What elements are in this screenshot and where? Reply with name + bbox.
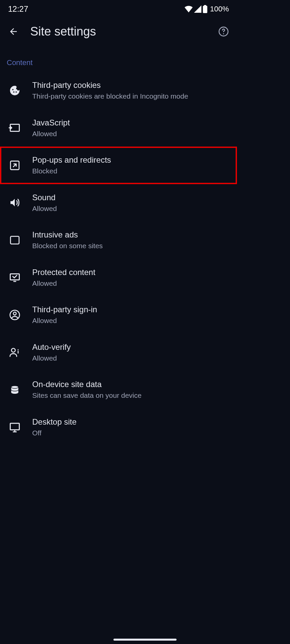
svg-rect-17: [10, 423, 19, 430]
auto-verify-icon: [7, 344, 23, 360]
setting-title: Protected content: [32, 267, 232, 277]
status-bar: 12:27 100%: [0, 0, 237, 18]
setting-third-party-signin[interactable]: Third-party sign-in Allowed: [0, 296, 237, 334]
setting-desktop-site[interactable]: Desktop site Off: [0, 409, 237, 446]
setting-sub: Allowed: [32, 279, 232, 288]
desktop-icon: [7, 419, 23, 435]
protected-content-icon: [7, 269, 23, 285]
setting-title: Third-party sign-in: [32, 304, 232, 315]
section-label-content: Content: [0, 48, 237, 72]
setting-title: Desktop site: [32, 417, 232, 427]
battery-percent: 100%: [210, 5, 229, 13]
svg-point-6: [15, 91, 17, 93]
setting-title: On-device site data: [32, 379, 232, 389]
setting-sub: Sites can save data on your device: [32, 391, 232, 400]
sound-icon: [7, 195, 23, 211]
svg-rect-0: [203, 6, 207, 13]
popup-icon: [7, 157, 23, 173]
setting-javascript[interactable]: JavaScript Allowed: [0, 109, 237, 147]
help-button[interactable]: [216, 24, 231, 39]
setting-sub: Blocked: [32, 166, 232, 176]
setting-title: Third-party cookies: [32, 80, 232, 90]
setting-sub: Third-party cookies are blocked in Incog…: [32, 92, 232, 101]
setting-auto-verify[interactable]: Auto-verify Allowed: [0, 334, 237, 371]
arrow-back-icon: [8, 26, 18, 37]
setting-popups-redirects[interactable]: Pop-ups and redirects Blocked: [0, 147, 237, 184]
svg-point-13: [11, 348, 15, 352]
header: Site settings: [0, 18, 237, 48]
back-button[interactable]: [6, 24, 21, 39]
database-icon: [7, 382, 23, 398]
svg-point-4: [12, 89, 13, 90]
svg-point-12: [13, 312, 16, 315]
status-time: 12:27: [8, 4, 28, 14]
setting-sound[interactable]: Sound Allowed: [0, 184, 237, 222]
battery-icon: [203, 5, 207, 13]
svg-rect-9: [10, 236, 19, 244]
svg-point-3: [223, 33, 224, 34]
setting-title: Intrusive ads: [32, 229, 232, 240]
setting-sub: Allowed: [32, 204, 232, 213]
setting-third-party-cookies[interactable]: Third-party cookies Third-party cookies …: [0, 72, 237, 109]
svg-point-14: [17, 350, 18, 351]
svg-point-5: [13, 91, 14, 93]
account-icon: [7, 307, 23, 323]
page-title: Site settings: [30, 24, 207, 39]
setting-title: JavaScript: [32, 117, 232, 128]
cookie-icon: [7, 83, 23, 99]
setting-sub: Off: [32, 428, 232, 438]
javascript-icon: [7, 120, 23, 136]
setting-sub: Allowed: [32, 129, 232, 139]
svg-rect-1: [204, 5, 206, 6]
setting-intrusive-ads[interactable]: Intrusive ads Blocked on some sites: [0, 221, 237, 259]
setting-sub: Allowed: [32, 316, 232, 325]
cell-signal-icon: [194, 5, 201, 13]
setting-sub: Blocked on some sites: [32, 241, 232, 251]
status-right: 100%: [185, 5, 229, 13]
help-icon: [218, 26, 229, 37]
wifi-icon: [185, 5, 193, 13]
setting-title: Pop-ups and redirects: [32, 155, 232, 165]
setting-on-device-site-data[interactable]: On-device site data Sites can save data …: [0, 371, 237, 409]
status-icons: [185, 5, 207, 13]
setting-title: Auto-verify: [32, 342, 232, 352]
setting-sub: Allowed: [32, 354, 232, 363]
setting-title: Sound: [32, 192, 232, 203]
setting-protected-content[interactable]: Protected content Allowed: [0, 259, 237, 297]
ads-icon: [7, 232, 23, 248]
